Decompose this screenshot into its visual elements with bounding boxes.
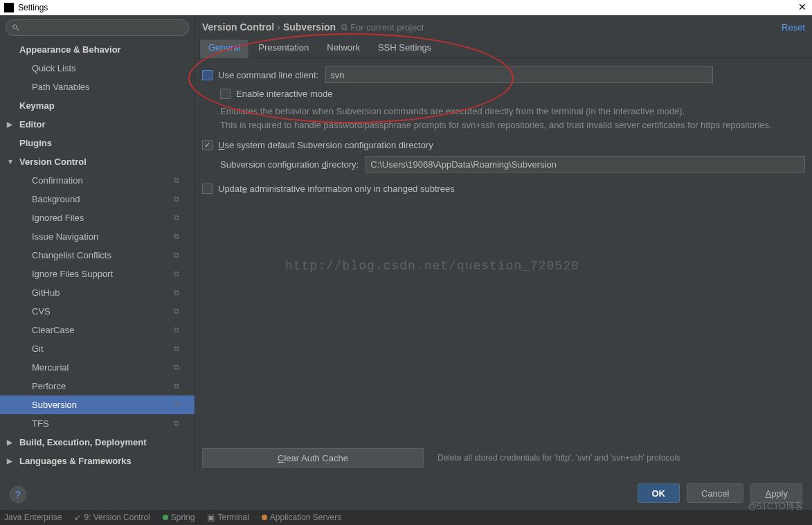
- sidebar-item-label: Mercurial: [32, 362, 69, 373]
- sidebar-item-path-variables[interactable]: Path Variables: [0, 78, 195, 96]
- update-admin-label: Update administrative information only i…: [218, 184, 455, 194]
- enable-interactive-label: Enable interactive mode: [236, 89, 332, 99]
- window-title: Settings: [18, 3, 48, 12]
- sidebar-item-ignored-files[interactable]: Ignored Files⧉: [0, 208, 195, 227]
- status-spring[interactable]: Spring: [163, 513, 195, 522]
- config-dir-label: Subversion configuration directory:: [220, 159, 359, 170]
- chevron-icon: ▼: [7, 158, 14, 166]
- sidebar-item-editor[interactable]: ▶Editor: [0, 115, 195, 134]
- reset-link[interactable]: Reset: [782, 22, 805, 33]
- sidebar-item-background[interactable]: Background⧉: [0, 190, 195, 208]
- scope-icon: ⧉: [174, 251, 179, 260]
- sidebar-item-git[interactable]: Git⧉: [0, 339, 195, 358]
- sidebar-item-mercurial[interactable]: Mercurial⧉: [0, 358, 195, 377]
- sidebar-item-label: Confirmation: [32, 175, 83, 186]
- sidebar-item-ignore-files-support[interactable]: Ignore Files Support⧉: [0, 265, 195, 283]
- sidebar-item-subversion[interactable]: Subversion⧉: [0, 395, 195, 414]
- config-dir-input[interactable]: [366, 156, 805, 172]
- breadcrumb-root: Version Control: [202, 21, 274, 33]
- sidebar-item-label: TFS: [32, 418, 49, 429]
- sidebar-item-label: Ignored Files: [32, 213, 84, 223]
- sidebar-item-perforce[interactable]: Perforce⧉: [0, 377, 195, 395]
- status-java[interactable]: Java Enterprise: [4, 513, 62, 522]
- sidebar-item-issue-navigation[interactable]: Issue Navigation⧉: [0, 227, 195, 246]
- clear-auth-cache-button[interactable]: Clear Auth Cache: [202, 448, 424, 468]
- use-default-checkbox[interactable]: [202, 140, 213, 150]
- sidebar-item-label: Issue Navigation: [32, 231, 98, 242]
- sidebar-item-label: Plugins: [19, 138, 52, 148]
- sidebar-item-label: Quick Lists: [32, 63, 76, 73]
- close-icon[interactable]: ✕: [798, 1, 806, 12]
- scope-icon: ⧉: [174, 400, 179, 409]
- sidebar-item-changelist-conflicts[interactable]: Changelist Conflicts⧉: [0, 246, 195, 265]
- sidebar-item-tfs[interactable]: TFS⧉: [0, 414, 195, 433]
- sidebar-item-label: Git: [32, 344, 44, 354]
- sidebar-item-label: Changelist Conflicts: [32, 250, 111, 260]
- scope-text: For current project: [350, 22, 424, 33]
- sidebar-item-clearcase[interactable]: ClearCase⧉: [0, 321, 195, 339]
- use-cli-row: Use command line client:: [202, 66, 805, 83]
- status-terminal[interactable]: ▣ Terminal: [207, 513, 249, 522]
- sidebar-item-label: Perforce: [32, 381, 66, 391]
- sidebar-item-label: Background: [32, 194, 80, 204]
- clear-cache-desc: Delete all stored credentials for 'http'…: [437, 453, 680, 463]
- sidebar-item-label: Editor: [19, 119, 46, 130]
- sidebar-item-label: Languages & Frameworks: [19, 456, 132, 466]
- tab-ssh-settings[interactable]: SSH Settings: [369, 39, 440, 57]
- interactive-desc: Emulates the behavior when Subversion co…: [202, 105, 805, 132]
- app-icon: [4, 3, 14, 12]
- breadcrumb-sep: ›: [277, 21, 280, 33]
- sidebar-item-plugins[interactable]: Plugins: [0, 134, 195, 152]
- sidebar-item-label: Keymap: [19, 100, 55, 111]
- scope-icon: ⧉: [174, 213, 179, 222]
- sidebar-item-label: Appearance & Behavior: [19, 44, 121, 55]
- scope-icon: ⧉: [174, 344, 179, 353]
- sidebar-item-label: Subversion: [32, 400, 77, 410]
- sidebar-item-appearance-behavior[interactable]: Appearance & Behavior: [0, 40, 195, 59]
- sidebar-item-label: GitHub: [32, 287, 60, 298]
- sidebar: Appearance & BehaviorQuick ListsPath Var…: [0, 15, 195, 476]
- scope-icon: ⧉: [174, 195, 179, 204]
- scope-icon: ⧉: [174, 232, 179, 241]
- scope-icon: ⧉: [174, 288, 179, 297]
- enable-interactive-row: Enable interactive mode: [202, 89, 805, 99]
- tab-general[interactable]: General: [199, 39, 249, 58]
- chevron-icon: ▶: [7, 121, 14, 128]
- general-panel: Use command line client: Enable interact…: [195, 58, 812, 476]
- enable-interactive-checkbox[interactable]: [220, 89, 231, 99]
- scope-icon: ⧉: [341, 22, 348, 32]
- config-dir-row: Subversion configuration directory:: [202, 156, 805, 172]
- content: Version Control › Subversion ⧉ For curre…: [195, 15, 812, 476]
- sidebar-item-confirmation[interactable]: Confirmation⧉: [0, 171, 195, 190]
- cancel-button[interactable]: Cancel: [687, 483, 743, 503]
- cli-path-input[interactable]: [325, 66, 713, 83]
- sidebar-item-keymap[interactable]: Keymap: [0, 96, 195, 115]
- use-cli-checkbox[interactable]: [202, 70, 213, 80]
- status-appservers[interactable]: Application Servers: [262, 513, 341, 522]
- sidebar-item-label: Ignore Files Support: [32, 269, 113, 279]
- scope-icon: ⧉: [174, 176, 179, 185]
- search-input[interactable]: [6, 19, 189, 36]
- ok-button[interactable]: OK: [638, 483, 680, 503]
- status-vc[interactable]: ↙ 9: Version Control: [74, 513, 150, 522]
- sidebar-item-github[interactable]: GitHub⧉: [0, 283, 195, 302]
- main-area: Appearance & BehaviorQuick ListsPath Var…: [0, 15, 812, 476]
- sidebar-item-languages-frameworks[interactable]: ▶Languages & Frameworks: [0, 452, 195, 470]
- sidebar-item-version-control[interactable]: ▼Version Control: [0, 152, 195, 171]
- sidebar-item-label: Build, Execution, Deployment: [19, 437, 146, 447]
- scope-icon: ⧉: [174, 269, 179, 278]
- update-admin-row: Update administrative information only i…: [202, 184, 805, 194]
- help-button[interactable]: ?: [10, 486, 26, 503]
- scope-icon: ⧉: [174, 363, 179, 372]
- spring-icon: [163, 515, 168, 520]
- search-wrap: [0, 15, 195, 40]
- tabs: GeneralPresentationNetworkSSH Settings: [195, 39, 812, 58]
- sidebar-item-build-execution-deployment[interactable]: ▶Build, Execution, Deployment: [0, 433, 195, 452]
- tab-presentation[interactable]: Presentation: [249, 39, 318, 57]
- sidebar-item-quick-lists[interactable]: Quick Lists: [0, 59, 195, 78]
- sidebar-item-cvs[interactable]: CVS⧉: [0, 302, 195, 321]
- scope-icon: ⧉: [174, 382, 179, 391]
- tab-network[interactable]: Network: [318, 39, 369, 57]
- update-admin-checkbox[interactable]: [202, 184, 213, 194]
- clear-cache-row: Clear Auth Cache Delete all stored crede…: [202, 448, 805, 468]
